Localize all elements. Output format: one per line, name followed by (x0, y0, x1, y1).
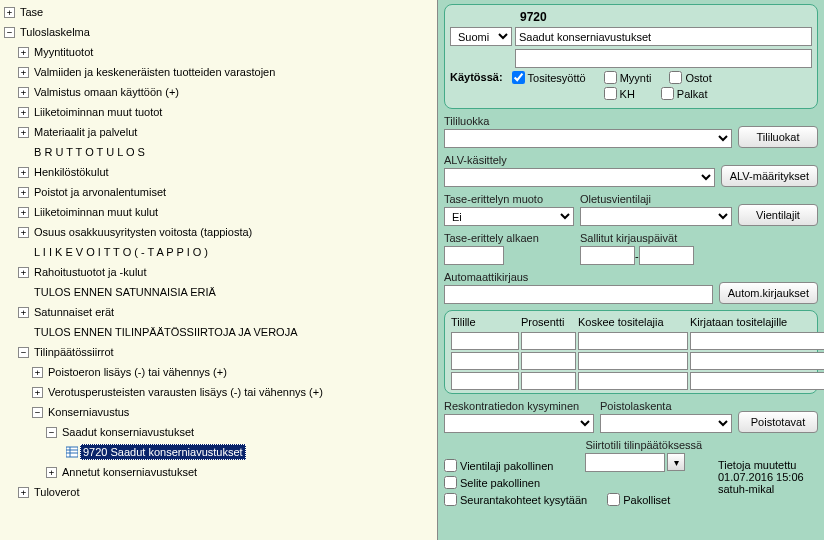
expander-icon[interactable]: + (18, 87, 29, 98)
expander-icon[interactable]: + (32, 367, 43, 378)
grid-koskee-input[interactable] (578, 352, 688, 370)
poistolaskenta-select[interactable] (600, 414, 732, 433)
tree-item[interactable]: Myyntituotot (32, 45, 95, 59)
tree-item[interactable]: Satunnaiset erät (32, 305, 116, 319)
tase-muoto-select[interactable]: Ei (444, 207, 574, 226)
expander-icon[interactable]: − (18, 347, 29, 358)
chk-vientilaji-pakollinen[interactable] (444, 459, 457, 472)
grid-kirjataan-input[interactable] (690, 372, 824, 390)
expander-icon[interactable]: + (32, 387, 43, 398)
tree-item[interactable]: Liiketoiminnan muut tuotot (32, 105, 164, 119)
tree-item[interactable]: Valmistus omaan käyttöön (+) (32, 85, 181, 99)
expander-icon[interactable]: + (46, 467, 57, 478)
chk-palkat[interactable] (661, 87, 674, 100)
account-name-input[interactable] (515, 27, 812, 46)
tree-item-selected[interactable]: 9720 Saadut konserniavustukset (80, 444, 246, 460)
alv-button[interactable]: ALV-määritykset (721, 165, 818, 187)
expander-icon[interactable]: + (18, 227, 29, 238)
tree-item-tase[interactable]: Tase (18, 5, 45, 19)
tree-item[interactable]: Poistoeron lisäys (-) tai vähennys (+) (46, 365, 229, 379)
tree-item[interactable]: Liiketoiminnan muut kulut (32, 205, 160, 219)
tree-item-tuloverot[interactable]: Tuloverot (32, 485, 81, 499)
grid-kirjataan-input[interactable] (690, 352, 824, 370)
grid-kirjataan-input[interactable] (690, 332, 824, 350)
tree-item[interactable]: L I I K E V O I T T O ( - T A P P I O ) (32, 245, 210, 259)
chk-pakolliset[interactable] (607, 493, 620, 506)
tree-item[interactable]: TULOS ENNEN SATUNNAISIA ERIÄ (32, 285, 218, 299)
chk-selite-pakollinen[interactable] (444, 476, 457, 489)
tree-item[interactable]: TULOS ENNEN TILINPÄÄTÖSSIIRTOJA JA VEROJ… (32, 325, 299, 339)
grid-tilille-input[interactable] (451, 332, 519, 350)
poistotavat-button[interactable]: Poistotavat (738, 411, 818, 433)
expander-icon[interactable]: + (18, 47, 29, 58)
tree-item[interactable]: B R U T T O T U L O S (32, 145, 147, 159)
tree-panel: + Tase − Tuloslaskelma +Myyntituotot +Va… (0, 0, 438, 540)
tree-item[interactable]: Poistot ja arvonalentumiset (32, 185, 168, 199)
grid-prosentti-input[interactable] (521, 332, 576, 350)
tase-muoto-label: Tase-erittelyn muoto (444, 193, 574, 205)
tree-item[interactable]: Rahoitustuotot ja -kulut (32, 265, 149, 279)
tree-item[interactable]: Valmiiden ja keskeneräisten tuotteiden v… (32, 65, 277, 79)
chk-tositesyotto[interactable] (512, 71, 525, 84)
account-desc-input[interactable] (515, 49, 812, 68)
siirtotili-lookup-button[interactable]: ▾ (667, 453, 685, 471)
expander-icon[interactable]: − (4, 27, 15, 38)
sallitut-to-input[interactable] (639, 246, 694, 265)
expander-icon[interactable]: + (18, 187, 29, 198)
chk-ostot[interactable] (669, 71, 682, 84)
tree-item-annetut[interactable]: Annetut konserniavustukset (60, 465, 199, 479)
autom-grid: Tilille Prosentti Koskee tositelajia Kir… (444, 310, 818, 394)
grid-prosentti-input[interactable] (521, 352, 576, 370)
grid-koskee-input[interactable] (578, 332, 688, 350)
reskontra-label: Reskontratiedon kysyminen (444, 400, 594, 412)
sallitut-from-input[interactable] (580, 246, 635, 265)
expander-icon[interactable]: − (46, 427, 57, 438)
automaattikirjaus-label: Automaattikirjaus (444, 271, 713, 283)
tililuokat-button[interactable]: Tililuokat (738, 126, 818, 148)
tase-alkaen-input[interactable] (444, 246, 504, 265)
expander-icon[interactable]: + (18, 307, 29, 318)
chk-seurantakohteet[interactable] (444, 493, 457, 506)
grid-tilille-input[interactable] (451, 372, 519, 390)
oletusvientilaji-label: Oletusvientilaji (580, 193, 732, 205)
autom-button[interactable]: Autom.kirjaukset (719, 282, 818, 304)
grid-koskee-input[interactable] (578, 372, 688, 390)
expander-icon[interactable]: + (18, 267, 29, 278)
kaytossa-label: Käytössä: (450, 71, 503, 83)
col-koskee: Koskee tositelajia (578, 316, 688, 328)
tree-item-tuloslaskelma[interactable]: Tuloslaskelma (18, 25, 92, 39)
language-select[interactable]: Suomi (450, 27, 512, 46)
alv-select[interactable] (444, 168, 715, 187)
tree-item[interactable]: Materiaalit ja palvelut (32, 125, 139, 139)
chk-myynti[interactable] (604, 71, 617, 84)
expander-icon[interactable]: + (18, 127, 29, 138)
tree-item-konserniavustus[interactable]: Konserniavustus (46, 405, 131, 419)
tree-item[interactable]: Osuus osakkuusyritysten voitosta (tappio… (32, 225, 254, 239)
expander-icon[interactable]: − (32, 407, 43, 418)
tililuokka-label: Tililuokka (444, 115, 732, 127)
expander-icon[interactable]: + (18, 67, 29, 78)
expander-icon[interactable]: + (18, 167, 29, 178)
siirtotili-label: Siirtotili tilinpäätöksessä (585, 439, 702, 451)
alv-label: ALV-käsittely (444, 154, 715, 166)
tree-item[interactable]: Verotusperusteisten varausten lisäys (-)… (46, 385, 325, 399)
siirtotili-input[interactable] (585, 453, 665, 472)
chk-kh[interactable] (604, 87, 617, 100)
tililuokka-select[interactable] (444, 129, 732, 148)
expander-icon[interactable]: + (18, 207, 29, 218)
grid-tilille-input[interactable] (451, 352, 519, 370)
grid-prosentti-input[interactable] (521, 372, 576, 390)
reskontra-select[interactable] (444, 414, 594, 433)
account-icon (66, 446, 78, 458)
sallitut-label: Sallitut kirjauspäivät (580, 232, 818, 244)
expander-icon[interactable]: + (18, 107, 29, 118)
vientilajit-button[interactable]: Vientilajit (738, 204, 818, 226)
tree-item-saadut[interactable]: Saadut konserniavustukset (60, 425, 196, 439)
oletusvientilaji-select[interactable] (580, 207, 732, 226)
expander-icon[interactable]: + (4, 7, 15, 18)
automaattikirjaus-input[interactable] (444, 285, 713, 304)
tree-item-tps[interactable]: Tilinpäätössiirrot (32, 345, 116, 359)
account-code: 9720 (520, 10, 547, 24)
expander-icon[interactable]: + (18, 487, 29, 498)
tree-item[interactable]: Henkilöstökulut (32, 165, 111, 179)
